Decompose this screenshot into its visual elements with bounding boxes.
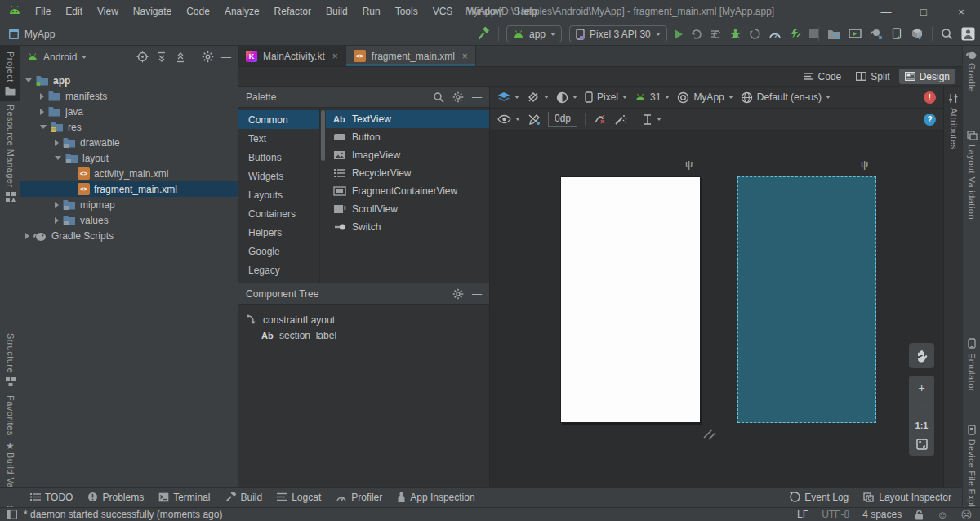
tool-window-app-inspection[interactable]: App Inspection	[390, 488, 482, 507]
tree-row-gradle-scripts[interactable]: Gradle Scripts	[20, 228, 238, 243]
tool-window-problems[interactable]: Problems	[80, 488, 151, 507]
tool-window-switcher-icon[interactable]	[7, 510, 17, 519]
rerun-icon[interactable]	[690, 28, 702, 40]
hide-panel-icon[interactable]: —	[472, 288, 482, 300]
pan-hand-button[interactable]	[909, 343, 934, 368]
zoom-in-button[interactable]: +	[909, 378, 934, 397]
breadcrumb[interactable]: MyApp	[8, 23, 55, 46]
tool-window-emulator[interactable]: Emulator	[963, 338, 980, 392]
tool-window-layout-inspector[interactable]: Layout Inspector	[856, 488, 959, 507]
chevron-expanded-icon[interactable]	[55, 156, 61, 160]
tree-item-section-label[interactable]: Ab section_label	[238, 327, 489, 343]
chevron-collapsed-icon[interactable]	[25, 233, 29, 239]
run-device-selector-icon[interactable]	[892, 28, 902, 40]
tree-row-drawable[interactable]: drawable	[20, 135, 238, 150]
error-indicator[interactable]: !	[924, 91, 936, 104]
design-surface-selector[interactable]	[497, 91, 519, 103]
chevron-collapsed-icon[interactable]	[40, 93, 44, 100]
design-surface[interactable]: ψ ψ + − 1:1	[490, 131, 943, 487]
tool-window-logcat[interactable]: Logcat	[270, 488, 328, 507]
category-google[interactable]: Google	[238, 242, 319, 260]
category-widgets[interactable]: Widgets	[238, 167, 319, 185]
menu-build[interactable]: Build	[318, 0, 355, 23]
tree-item-constraintlayout[interactable]: constraintLayout	[238, 312, 489, 327]
category-layouts[interactable]: Layouts	[238, 185, 319, 204]
mode-split[interactable]: Split	[850, 69, 895, 84]
night-mode-selector[interactable]	[556, 91, 577, 104]
tree-row-app[interactable]: app	[20, 73, 238, 88]
profile-gauge-icon[interactable]	[768, 28, 782, 40]
tab-mainactivity[interactable]: K MainActivity.kt ×	[238, 46, 346, 66]
menu-analyze[interactable]: Analyze	[217, 0, 267, 23]
device-for-preview[interactable]: Pixel	[585, 91, 627, 103]
device-selector[interactable]: Pixel 3 API 30	[569, 25, 667, 42]
encoding-indicator[interactable]: UTF-8	[822, 509, 849, 520]
design-view-device[interactable]	[560, 176, 701, 423]
search-icon[interactable]	[433, 91, 444, 103]
component-switch[interactable]: Switch	[326, 218, 489, 236]
expand-all-icon[interactable]	[156, 51, 167, 63]
close-tab-icon[interactable]: ×	[332, 51, 338, 62]
locate-file-icon[interactable]	[136, 51, 149, 63]
maximize-button[interactable]: □	[905, 0, 942, 23]
orientation-selector[interactable]	[527, 91, 549, 104]
device-manager-icon[interactable]	[827, 28, 840, 40]
menu-file[interactable]: File	[28, 0, 58, 23]
zoom-actual-size-button[interactable]: 1:1	[909, 416, 934, 434]
tab-fragment-main[interactable]: <> fragment_main.xml ×	[346, 46, 476, 66]
chevron-down-icon[interactable]	[82, 56, 87, 59]
tree-row-manifests[interactable]: manifests	[20, 88, 238, 104]
category-buttons[interactable]: Buttons	[238, 148, 319, 167]
line-ending-indicator[interactable]: LF	[797, 509, 808, 520]
category-helpers[interactable]: Helpers	[238, 223, 319, 242]
category-containers[interactable]: Containers	[238, 204, 319, 223]
default-margin-button[interactable]: 0dp	[548, 112, 577, 127]
theme-selector[interactable]: MyApp	[677, 91, 733, 104]
tool-window-build[interactable]: Build	[218, 488, 270, 507]
menu-run[interactable]: Run	[355, 0, 388, 23]
component-imageview[interactable]: ImageView	[326, 146, 489, 164]
chevron-collapsed-icon[interactable]	[40, 109, 44, 115]
attributes-tab[interactable]: Attributes	[944, 93, 963, 149]
minimize-button[interactable]: —	[867, 0, 905, 23]
tool-window-event-log[interactable]: Event Log	[782, 488, 856, 507]
chevron-expanded-icon[interactable]	[40, 125, 47, 129]
chevron-collapsed-icon[interactable]	[55, 140, 59, 146]
autoconnect-off-icon[interactable]	[528, 114, 541, 126]
close-button[interactable]: ×	[942, 0, 980, 23]
api-version-selector[interactable]: 31	[635, 91, 670, 103]
category-common[interactable]: Common	[238, 110, 319, 129]
scrollbar-thumb[interactable]	[321, 110, 325, 161]
tool-window-gradle[interactable]: Gradle	[963, 51, 980, 92]
menu-navigate[interactable]: Navigate	[126, 0, 179, 23]
component-fragmentcontainerview[interactable]: FragmentContainerView	[326, 182, 489, 200]
zoom-to-fit-button[interactable]	[909, 434, 934, 453]
gear-icon[interactable]	[452, 91, 464, 103]
collapse-all-icon[interactable]	[175, 51, 186, 63]
tool-window-favorites[interactable]: Favorites ★	[0, 395, 20, 452]
clear-constraints-icon[interactable]	[593, 114, 607, 126]
chevron-collapsed-icon[interactable]	[55, 217, 59, 224]
project-view-selector[interactable]: Android	[43, 51, 77, 63]
tool-window-todo[interactable]: TODO	[23, 488, 80, 507]
menu-code[interactable]: Code	[179, 0, 217, 23]
close-tab-icon[interactable]: ×	[462, 51, 468, 62]
category-legacy[interactable]: Legacy	[238, 260, 319, 279]
status-message[interactable]: * daemon started successfully (moments a…	[24, 509, 222, 520]
mode-code[interactable]: Code	[798, 69, 848, 84]
lock-icon[interactable]	[915, 510, 924, 520]
resize-canvas-handle[interactable]	[701, 426, 719, 441]
tree-row-layout[interactable]: layout	[20, 150, 238, 166]
debug-icon[interactable]	[729, 28, 742, 40]
tree-row-activity-main[interactable]: <> activity_main.xml	[20, 166, 238, 181]
search-everywhere-icon[interactable]	[941, 28, 953, 40]
gear-icon[interactable]	[202, 51, 214, 63]
gear-icon[interactable]	[452, 288, 464, 300]
smiley-feedback-icon[interactable]: ☺	[937, 509, 947, 521]
tool-window-project[interactable]: Project	[0, 46, 20, 101]
menu-view[interactable]: View	[90, 0, 126, 23]
view-options[interactable]	[497, 114, 520, 124]
run-button[interactable]	[675, 29, 683, 39]
hide-panel-icon[interactable]: —	[221, 51, 231, 63]
blueprint-view-device[interactable]	[737, 176, 876, 423]
